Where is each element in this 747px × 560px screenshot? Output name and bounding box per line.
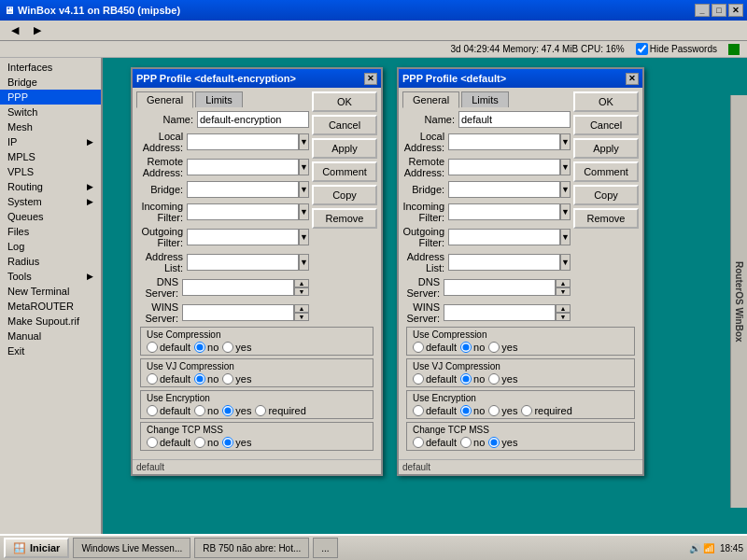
- dialog1-tab-general[interactable]: General: [136, 91, 193, 108]
- dialog1-wins-server-input[interactable]: [182, 304, 294, 321]
- taskbar-item-rb750[interactable]: RB 750 não abre: Hot...: [194, 538, 309, 558]
- start-button[interactable]: 🪟 Iniciar: [4, 538, 69, 558]
- close-button[interactable]: ✕: [728, 4, 743, 17]
- dialog2-encryption-no-radio[interactable]: [460, 405, 472, 416]
- dialog2-vj-yes-radio[interactable]: [488, 373, 500, 385]
- dialog1-cancel-button[interactable]: Cancel: [312, 115, 377, 135]
- dialog2-tcp-mss-no-radio[interactable]: [460, 437, 472, 448]
- dialog2-tab-general[interactable]: General: [402, 91, 459, 108]
- forward-button[interactable]: ▶: [26, 22, 49, 38]
- dialog1-remove-button[interactable]: Remove: [312, 208, 377, 229]
- dialog1-close-button[interactable]: ✕: [364, 73, 377, 85]
- sidebar-item-queues[interactable]: Queues: [0, 209, 101, 224]
- dialog2-address-list-dropdown[interactable]: ▼: [560, 254, 571, 271]
- dialog2-encryption-yes-radio[interactable]: [488, 405, 500, 416]
- dialog1-encryption-default-radio[interactable]: [147, 405, 158, 416]
- dialog1-remote-address-dropdown[interactable]: ▼: [299, 159, 309, 175]
- dialog2-tcp-mss-default-radio[interactable]: [413, 437, 424, 448]
- dialog1-compression-no-radio[interactable]: [194, 342, 205, 353]
- dialog1-encryption-yes-radio[interactable]: [222, 405, 233, 416]
- dialog1-local-address-input[interactable]: [187, 133, 299, 150]
- dialog2-dns-down[interactable]: ▼: [556, 287, 571, 296]
- dialog2-local-address-dropdown[interactable]: ▼: [560, 133, 571, 150]
- back-button[interactable]: ◀: [4, 22, 26, 38]
- hide-passwords-checkbox[interactable]: [636, 43, 648, 55]
- dialog1-encryption-no-radio[interactable]: [194, 405, 205, 416]
- sidebar-item-bridge[interactable]: Bridge: [0, 75, 101, 90]
- dialog1-vj-no-radio[interactable]: [194, 373, 205, 385]
- dialog2-encryption-default-radio[interactable]: [413, 405, 424, 416]
- dialog1-bridge-dropdown[interactable]: ▼: [299, 181, 309, 198]
- dialog2-outgoing-filter-input[interactable]: [448, 229, 560, 245]
- dialog1-name-input[interactable]: [197, 111, 309, 128]
- dialog2-remove-button[interactable]: Remove: [573, 208, 639, 229]
- dialog1-ok-button[interactable]: OK: [312, 91, 377, 112]
- dialog2-compression-default-radio[interactable]: [413, 342, 424, 353]
- dialog1-dns-server-input[interactable]: [182, 279, 294, 296]
- sidebar-item-vpls[interactable]: VPLS: [0, 164, 101, 179]
- hide-passwords-label[interactable]: Hide Passwords: [636, 43, 717, 55]
- sidebar-item-routing[interactable]: Routing ▶: [0, 179, 101, 194]
- dialog1-apply-button[interactable]: Apply: [312, 138, 377, 159]
- sidebar-item-radius[interactable]: Radius: [0, 254, 101, 269]
- dialog1-encryption-required-radio[interactable]: [255, 405, 266, 416]
- dialog2-dns-up[interactable]: ▲: [556, 279, 571, 287]
- dialog2-compression-no-radio[interactable]: [460, 342, 472, 353]
- dialog2-name-input[interactable]: [458, 111, 571, 128]
- dialog2-remote-address-input[interactable]: [448, 159, 560, 175]
- sidebar-item-make-supout[interactable]: Make Supout.rif: [0, 314, 101, 329]
- dialog2-wins-up[interactable]: ▲: [556, 304, 571, 313]
- dialog2-bridge-input[interactable]: [448, 181, 560, 198]
- dialog1-bridge-input[interactable]: [187, 181, 299, 198]
- dialog2-cancel-button[interactable]: Cancel: [573, 115, 639, 135]
- sidebar-item-manual[interactable]: Manual: [0, 329, 101, 343]
- sidebar-item-mpls[interactable]: MPLS: [0, 149, 101, 164]
- dialog1-tcp-mss-default-radio[interactable]: [147, 437, 158, 448]
- dialog2-vj-no-radio[interactable]: [460, 373, 472, 385]
- dialog1-compression-yes-radio[interactable]: [222, 342, 233, 353]
- dialog1-compression-default-radio[interactable]: [147, 342, 158, 353]
- dialog1-wins-down[interactable]: ▼: [294, 313, 309, 321]
- dialog2-incoming-filter-input[interactable]: [448, 203, 560, 220]
- dialog2-local-address-input[interactable]: [448, 133, 560, 150]
- dialog2-compression-yes-radio[interactable]: [488, 342, 500, 353]
- dialog2-tcp-mss-yes-radio[interactable]: [488, 437, 500, 448]
- dialog2-incoming-filter-dropdown[interactable]: ▼: [560, 203, 571, 220]
- dialog1-dns-down[interactable]: ▼: [294, 287, 309, 296]
- taskbar-item-other[interactable]: ...: [313, 538, 337, 558]
- dialog1-copy-button[interactable]: Copy: [312, 185, 377, 205]
- dialog2-outgoing-filter-dropdown[interactable]: ▼: [560, 229, 571, 245]
- dialog1-outgoing-filter-dropdown[interactable]: ▼: [299, 229, 309, 245]
- dialog2-remote-address-dropdown[interactable]: ▼: [560, 159, 571, 175]
- dialog1-address-list-input[interactable]: [187, 254, 299, 271]
- dialog2-bridge-dropdown[interactable]: ▼: [560, 181, 571, 198]
- dialog2-comment-button[interactable]: Comment: [573, 161, 639, 182]
- sidebar-item-exit[interactable]: Exit: [0, 343, 101, 358]
- sidebar-item-switch[interactable]: Switch: [0, 105, 101, 119]
- sidebar-item-metarouter[interactable]: MetaROUTER: [0, 299, 101, 314]
- dialog1-address-list-dropdown[interactable]: ▼: [299, 254, 309, 271]
- taskbar-item-messenger[interactable]: Windows Live Messen...: [73, 538, 190, 558]
- sidebar-item-files[interactable]: Files: [0, 224, 101, 239]
- dialog1-remote-address-input[interactable]: [187, 159, 299, 175]
- sidebar-item-ppp[interactable]: PPP: [0, 90, 101, 105]
- maximize-button[interactable]: □: [712, 4, 726, 17]
- sidebar-item-system[interactable]: System ▶: [0, 194, 101, 209]
- minimize-button[interactable]: _: [695, 4, 710, 17]
- dialog2-tab-limits[interactable]: Limits: [461, 91, 509, 107]
- dialog1-vj-default-radio[interactable]: [147, 373, 158, 385]
- dialog1-tab-limits[interactable]: Limits: [195, 91, 243, 107]
- dialog2-encryption-required-radio[interactable]: [521, 405, 532, 416]
- sidebar-item-ip[interactable]: IP ▶: [0, 134, 101, 149]
- dialog2-ok-button[interactable]: OK: [573, 91, 639, 112]
- dialog1-tcp-mss-no-radio[interactable]: [194, 437, 205, 448]
- dialog2-apply-button[interactable]: Apply: [573, 138, 639, 159]
- dialog2-close-button[interactable]: ✕: [626, 73, 639, 85]
- sidebar-item-new-terminal[interactable]: New Terminal: [0, 284, 101, 299]
- sidebar-item-tools[interactable]: Tools ▶: [0, 269, 101, 284]
- dialog2-copy-button[interactable]: Copy: [573, 185, 639, 205]
- dialog1-vj-yes-radio[interactable]: [222, 373, 233, 385]
- dialog2-dns-server-input[interactable]: [444, 279, 556, 296]
- sidebar-item-log[interactable]: Log: [0, 239, 101, 254]
- dialog1-tcp-mss-yes-radio[interactable]: [222, 437, 233, 448]
